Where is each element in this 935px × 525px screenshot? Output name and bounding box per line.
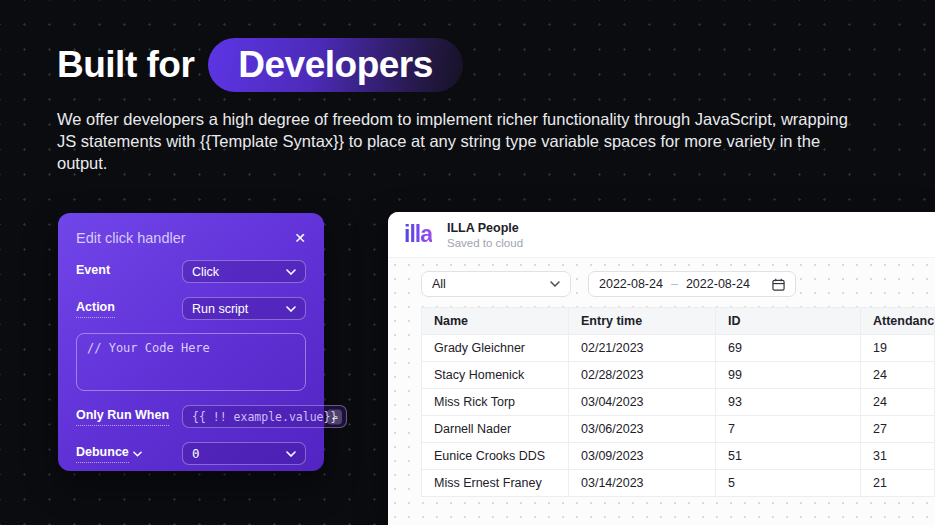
- app-canvas: All 2022-08-24 – 2022-08-24 Name Entry t…: [388, 258, 935, 525]
- js-toggle-icon[interactable]: ↵: [327, 409, 342, 424]
- event-value: Click: [192, 265, 219, 279]
- cell-entry-time: 02/21/2023: [569, 335, 716, 362]
- only-run-when-label: Only Run When: [76, 408, 182, 426]
- hero-description: We offer developers a high degree of fre…: [57, 108, 852, 174]
- people-table: Name Entry time ID Attendance Grady Glei…: [421, 307, 935, 497]
- column-header-entry-time[interactable]: Entry time: [569, 308, 716, 335]
- table-row[interactable]: Darnell Nader 03/06/2023 7 27: [422, 416, 935, 443]
- debounce-label[interactable]: Debunce: [76, 445, 182, 463]
- code-editor[interactable]: // Your Code Here: [76, 333, 306, 391]
- cell-attendance: 31: [861, 443, 935, 470]
- hero-section: Built for Developers We offer developers…: [57, 38, 852, 174]
- cell-name: Grady Gleichner: [422, 335, 569, 362]
- app-save-status: Saved to cloud: [447, 237, 523, 249]
- chevron-down-icon: [286, 306, 296, 312]
- cell-entry-time: 03/09/2023: [569, 443, 716, 470]
- category-select[interactable]: All: [421, 271, 571, 297]
- chevron-down-icon: [133, 451, 142, 457]
- table-row[interactable]: Eunice Crooks DDS 03/09/2023 51 31: [422, 443, 935, 470]
- cell-entry-time: 03/04/2023: [569, 389, 716, 416]
- chevron-down-icon: [286, 451, 296, 457]
- cell-id: 99: [716, 362, 861, 389]
- modal-title: Edit click handler: [76, 230, 186, 246]
- column-header-name[interactable]: Name: [422, 308, 569, 335]
- cell-id: 69: [716, 335, 861, 362]
- event-label: Event: [76, 263, 182, 280]
- cell-id: 5: [716, 470, 861, 497]
- only-run-when-value: {{ !! example.value}}: [192, 410, 337, 424]
- cell-attendance: 27: [861, 416, 935, 443]
- action-value: Run script: [192, 302, 248, 316]
- table-header-row: Name Entry time ID Attendance: [422, 308, 935, 335]
- cell-name: Eunice Crooks DDS: [422, 443, 569, 470]
- filter-bar: All 2022-08-24 – 2022-08-24: [421, 271, 935, 297]
- table-row[interactable]: Grady Gleichner 02/21/2023 69 19: [422, 335, 935, 362]
- app-title: ILLA People: [447, 221, 523, 235]
- cell-id: 93: [716, 389, 861, 416]
- cell-id: 51: [716, 443, 861, 470]
- table-row[interactable]: Miss Ernest Franey 03/14/2023 5 21: [422, 470, 935, 497]
- hero-heading: Built for Developers: [57, 38, 852, 92]
- cell-entry-time: 02/28/2023: [569, 362, 716, 389]
- app-header: illa ILLA People Saved to cloud: [388, 212, 935, 258]
- debounce-select[interactable]: 0: [182, 442, 306, 465]
- cell-entry-time: 03/14/2023: [569, 470, 716, 497]
- illa-logo: illa: [404, 221, 432, 248]
- cell-attendance: 19: [861, 335, 935, 362]
- cell-name: Miss Ernest Franey: [422, 470, 569, 497]
- date-end: 2022-08-24: [686, 277, 750, 291]
- edit-click-handler-modal: Edit click handler ✕ Event Click Action …: [58, 213, 324, 471]
- cell-name: Stacy Homenick: [422, 362, 569, 389]
- heading-highlight-text: Developers: [238, 44, 433, 86]
- cell-attendance: 21: [861, 470, 935, 497]
- landing-page: { "page": { "heading_prefix": "Built for…: [0, 0, 935, 525]
- date-separator: –: [671, 277, 678, 291]
- heading-highlight-pill: Developers: [208, 38, 463, 92]
- cell-name: Darnell Nader: [422, 416, 569, 443]
- only-run-when-input[interactable]: {{ !! example.value}} ↵: [182, 405, 347, 428]
- cell-attendance: 24: [861, 389, 935, 416]
- heading-prefix: Built for: [57, 44, 194, 86]
- column-header-attendance[interactable]: Attendance: [861, 308, 935, 335]
- cell-attendance: 24: [861, 362, 935, 389]
- action-select[interactable]: Run script: [182, 297, 306, 320]
- table-row[interactable]: Miss Rick Torp 03/04/2023 93 24: [422, 389, 935, 416]
- column-header-id[interactable]: ID: [716, 308, 861, 335]
- table-row[interactable]: Stacy Homenick 02/28/2023 99 24: [422, 362, 935, 389]
- date-start: 2022-08-24: [599, 277, 663, 291]
- event-select[interactable]: Click: [182, 260, 306, 283]
- calendar-icon: [772, 278, 785, 291]
- close-icon[interactable]: ✕: [294, 231, 306, 245]
- cell-entry-time: 03/06/2023: [569, 416, 716, 443]
- chevron-down-icon: [286, 269, 296, 275]
- cell-name: Miss Rick Torp: [422, 389, 569, 416]
- illa-app-panel: illa ILLA People Saved to cloud All 2022…: [388, 212, 935, 525]
- cell-id: 7: [716, 416, 861, 443]
- action-label: Action: [76, 300, 182, 318]
- debounce-value: 0: [192, 446, 200, 461]
- date-range-picker[interactable]: 2022-08-24 – 2022-08-24: [588, 271, 796, 297]
- chevron-down-icon: [550, 281, 560, 287]
- category-value: All: [432, 277, 446, 291]
